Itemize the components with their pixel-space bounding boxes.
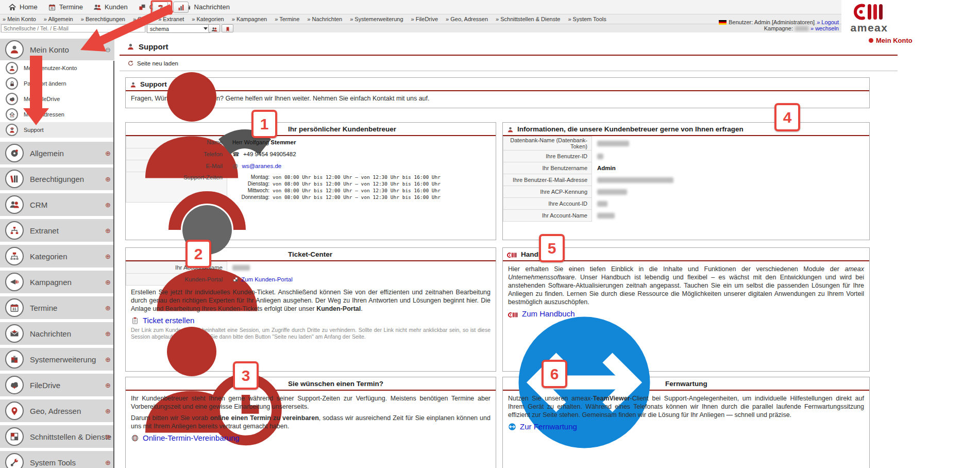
expand-icon[interactable]: ⊕ [105,278,111,286]
module-nav-item[interactable]: » Mein Konto [3,16,36,22]
module-nav-item[interactable]: » Extranet [158,16,184,22]
sidebar-section[interactable]: Kampagnen ⊕ [0,271,114,293]
sidebar-section[interactable]: Nachrichten ⊕ [0,322,114,345]
sidebar-section[interactable]: FileDrive ⊕ [0,374,114,396]
module-nav-item[interactable]: » Kategorien [192,16,224,22]
person-icon [9,44,20,55]
kampagne-wechseln-link[interactable]: » wechseln [810,26,839,31]
sidebar-section-mein-konto[interactable]: Mein Konto ⊖ [0,39,114,60]
bookmark-button[interactable] [222,24,233,32]
cloud-icon [9,380,20,390]
sidebar-subitem[interactable]: Support [0,122,114,138]
module-nav-item[interactable]: » FileDrive [411,16,438,22]
sidebar-subitem[interactable]: Meine Adressen [0,107,114,122]
expand-icon[interactable]: ⊕ [105,227,111,235]
expand-icon[interactable]: ⊕ [105,381,111,389]
menu-item-label: Kunden [105,3,128,11]
panel-fernwartung: Fernwartung Nutzen Sie unseren ameax-Tea… [502,377,870,468]
panel-title: Ticket-Center [288,250,332,258]
expand-icon[interactable]: ⊕ [105,459,111,466]
top-menu-bar: Home 31 Termine Kunden Objekte [0,0,841,14]
panel-title: Sie wünschen einen Termin? [288,380,383,388]
scheme-select[interactable]: schema [147,24,210,33]
menu-item[interactable]: Home [3,0,43,14]
app-window: Home 31 Termine Kunden Objekte [0,0,980,468]
annotation-badge-4: 4 [774,103,800,131]
annotation-badge-5: 5 [539,234,565,262]
statistics-button[interactable] [173,2,189,13]
expand-icon[interactable]: ⊕ [105,407,111,415]
phone-settings-button[interactable] [153,2,168,13]
module-nav-item[interactable]: » Berechtigungen [81,16,125,22]
module-nav-item[interactable]: » Systemerweiterung [350,16,403,22]
sidebar-section[interactable]: Geo, Adressen ⊕ [0,399,114,422]
lock-icon [9,80,15,87]
module-nav-item[interactable]: » Kampagnen [232,16,267,22]
calendar-icon: 31 [48,3,56,11]
quick-search-input[interactable] [1,24,145,32]
sidebar-section[interactable]: System Tools ⊕ [0,451,114,468]
kunden-portal-link[interactable]: Zum Kunden-Portal [241,276,293,282]
person-circle-icon [5,40,24,59]
person-icon [507,126,514,132]
table-row: Ihr Benutzername Admin [503,162,869,174]
online-termin-link[interactable]: Online-Termin-Vereinbarung [131,433,491,442]
pin-icon [9,406,20,416]
row-label: Ihr Benutzername [503,162,592,174]
persons-icon [93,3,102,11]
expand-icon[interactable]: ⊕ [105,356,111,363]
module-nav: » Mein Konto» Allgemein» Berechtigungen»… [3,16,606,22]
hierarchy-icon [9,251,20,261]
termin-text-2: Darum bitten wir Sie vorab online einen … [131,414,491,430]
email-link[interactable]: ws@aranes.de [242,163,281,169]
sidebar-section[interactable]: Berechtigungen ⊕ [0,168,114,190]
zur-fernwartung-link[interactable]: Zur Fernwartung [508,422,864,431]
sidebar-section[interactable]: CRM ⊕ [0,193,114,216]
ameax-logo-glyph [853,3,885,21]
sidebar-section[interactable]: Kategorien ⊕ [0,245,114,268]
expand-icon[interactable]: ⊕ [105,253,111,260]
sidebar-subitem[interactable]: Mein Benutzer-Konto [0,60,114,76]
support-person-icon [127,43,134,51]
text-segment: Darum bitten wir Sie vorab [131,414,210,422]
globe-icon [131,434,139,442]
account-name-blurred [232,265,250,271]
row-label: Ihre Benutzer-ID [503,151,592,162]
phone-icon: ☎ [232,151,240,157]
sidebar-subitem[interactable]: Passwort ändern [0,76,114,91]
expand-icon[interactable]: ⊕ [105,330,111,338]
sidebar-section[interactable]: Allgemein ⊕ [0,142,114,164]
logout-link[interactable]: » Logout [817,20,839,25]
menu-item[interactable]: 31 Termine [43,0,88,14]
row-label: Ihr Account-Name [503,210,592,222]
sidebar-subitem[interactable]: Mein FileDrive [0,91,114,107]
sidebar-section[interactable]: 31 Termine ⊕ [0,296,114,319]
module-nav-item[interactable]: » Geo, Adressen [446,16,488,22]
module-nav-item[interactable]: » Nachrichten [307,16,342,22]
sidebar-section[interactable]: Systemerweiterung ⊕ [0,348,114,371]
menu-item[interactable]: Kunden [88,0,133,14]
module-nav-item[interactable]: » Termine [275,16,299,22]
expand-icon[interactable]: ⊕ [105,149,111,157]
expand-icon[interactable]: ⊕ [105,304,111,312]
text-segment: TeamViewer [593,395,630,402]
module-nav-item[interactable]: » CRM [133,16,150,22]
sidebar-section[interactable]: Extranet ⊕ [0,219,114,242]
at-icon: @ [232,163,238,169]
ameax-logo: ameax [847,3,891,34]
panel-informationen: Informationen, die unsere Kundenbetreuer… [502,122,870,240]
expand-icon[interactable]: ⊕ [105,433,111,441]
expand-icon[interactable]: ⊕ [105,175,111,183]
info-table: Datenbank-Name (Datenbank-Token) Ihre Be… [503,136,869,222]
contacts-button[interactable] [208,24,220,32]
row-value-blurred [597,154,603,159]
expand-icon[interactable]: ⊕ [105,201,111,209]
page-title: Support [139,42,168,51]
collapse-icon[interactable]: ⊖ [105,46,111,54]
sidebar-section[interactable]: Schnittstellen & Dienste ⊕ [0,425,114,448]
module-nav-item[interactable]: » System Tools [568,16,606,22]
module-nav-item[interactable]: » Allgemein [44,16,73,22]
module-nav-item[interactable]: » Schnittstellen & Dienste [496,16,560,22]
sidebar-sections: Allgemein ⊕ Berechtigungen ⊕ CRM ⊕ [0,142,114,468]
text-segment: . [361,305,362,312]
